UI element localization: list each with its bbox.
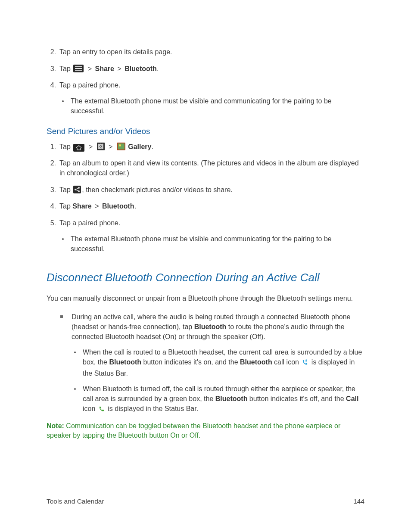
square-bullet: During an active call, where the audio i… — [59, 312, 364, 415]
period: . — [157, 65, 159, 72]
ordered-list-send-pictures: 1. Tap > > Gallery. 2. Tap an album to o… — [47, 142, 364, 254]
label-bluetooth: Bluetooth — [109, 358, 141, 366]
page-footer: Tools and Calendar 144 — [47, 498, 364, 505]
step-4: 4. Tap Share > Bluetooth. — [47, 202, 364, 212]
label-bluetooth: Bluetooth — [215, 395, 248, 402]
step-1: 1. Tap > > Gallery. — [47, 142, 364, 152]
call-icon — [98, 405, 105, 415]
text: is displayed in the Status Bar. — [106, 405, 198, 412]
section-intro: You can manually disconnect or unpair fr… — [47, 294, 364, 304]
label-tap: Tap — [59, 186, 71, 193]
step-number: 4. — [47, 202, 56, 212]
step-text: Tap a paired phone. — [59, 81, 120, 89]
step-text-after: , then checkmark pictures and/or videos … — [82, 186, 233, 193]
text: button indicates it's on, and the — [141, 358, 240, 366]
step-3: 3. Tap > Share > Bluetooth. — [47, 64, 364, 74]
step-number: 2. — [47, 47, 56, 57]
chevron-right: > — [88, 65, 92, 72]
period: . — [151, 143, 153, 150]
step-4: 4. Tap a paired phone. The external Blue… — [47, 81, 364, 116]
text: icon — [83, 405, 97, 412]
step-text: Tap an entry to open its details page. — [59, 48, 172, 56]
note: Note: Communication can be toggled betwe… — [47, 421, 364, 441]
step-number: 5. — [47, 218, 56, 228]
ordered-list-share-contact: 2. Tap an entry to open its details page… — [47, 47, 364, 116]
note-text: Communication can be toggled between the… — [47, 422, 340, 439]
step-number: 4. — [47, 81, 56, 90]
menu-icon — [73, 65, 84, 72]
sub-bullets: When the call is routed to a Bluetooth h… — [72, 348, 364, 415]
label-bluetooth: Bluetooth — [102, 202, 134, 210]
text: call icon — [272, 358, 301, 366]
label-bluetooth: Bluetooth — [240, 358, 272, 366]
sub-bullet-text: The external Bluetooth phone must be vis… — [71, 97, 332, 115]
label-tap: Tap — [59, 65, 71, 72]
label-bluetooth: Bluetooth — [194, 323, 227, 330]
svg-point-0 — [78, 187, 80, 189]
label-share: Share — [72, 202, 91, 210]
gallery-icon — [117, 143, 125, 150]
chevron-right: > — [117, 65, 121, 72]
square-bullet-list: During an active call, where the audio i… — [59, 312, 364, 415]
step-number: 1. — [47, 142, 56, 152]
sub-bullet: The external Bluetooth phone must be vis… — [59, 96, 364, 116]
sub-bullet: The external Bluetooth phone must be vis… — [59, 234, 364, 254]
label-bluetooth: Bluetooth — [125, 65, 157, 72]
sub-bullet: When the call is routed to a Bluetooth h… — [72, 348, 364, 378]
footer-page-number: 144 — [353, 498, 364, 505]
note-label: Note: — [47, 422, 64, 429]
bluetooth-call-icon — [302, 359, 308, 369]
step-number: 3. — [47, 64, 56, 74]
sub-bullets: The external Bluetooth phone must be vis… — [59, 96, 364, 116]
section-title-disconnect-bluetooth: Disconnect Bluetooth Connection During a… — [47, 271, 364, 284]
step-text: Tap a paired phone. — [59, 219, 120, 227]
chevron-right: > — [89, 143, 93, 150]
chevron-right: > — [109, 143, 112, 150]
chevron-right: > — [95, 202, 99, 210]
label-share: Share — [95, 65, 114, 72]
share-icon — [73, 186, 81, 193]
label-tap: Tap — [59, 143, 71, 150]
text: button indicates it's off, and the — [247, 395, 346, 402]
step-2: 2. Tap an album to open it and view its … — [47, 159, 364, 178]
label-call: Call — [346, 395, 358, 402]
step-text: Tap an album to open it and view its con… — [59, 159, 359, 177]
label-gallery: Gallery — [128, 143, 151, 150]
svg-point-2 — [78, 190, 80, 192]
period: . — [134, 202, 136, 210]
step-number: 3. — [47, 185, 56, 195]
document-page: 2. Tap an entry to open its details page… — [0, 0, 411, 532]
home-icon — [73, 144, 84, 152]
apps-grid-icon — [97, 143, 105, 150]
sub-bullet: When Bluetooth is turned off, the call i… — [72, 384, 364, 415]
step-3: 3. Tap , then checkmark pictures and/or … — [47, 185, 364, 195]
step-2: 2. Tap an entry to open its details page… — [47, 47, 364, 57]
svg-point-1 — [75, 189, 76, 190]
step-5: 5. Tap a paired phone. The external Blue… — [47, 218, 364, 254]
step-number: 2. — [47, 159, 56, 168]
sub-bullets: The external Bluetooth phone must be vis… — [59, 234, 364, 254]
label-tap: Tap — [59, 202, 72, 210]
subheading-send-pictures: Send Pictures and/or Videos — [47, 127, 364, 136]
sub-bullet-text: The external Bluetooth phone must be vis… — [71, 235, 332, 252]
footer-section: Tools and Calendar — [47, 498, 104, 505]
